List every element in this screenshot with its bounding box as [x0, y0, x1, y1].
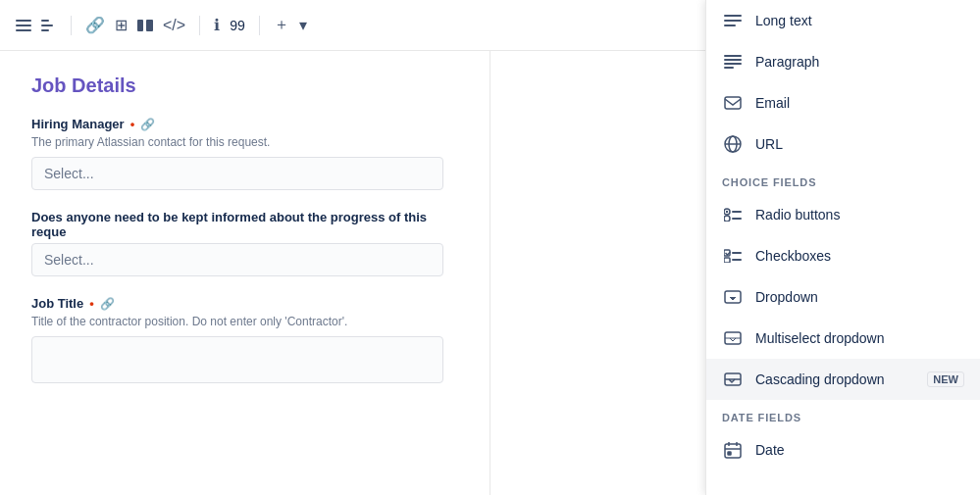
- cascading-icon: [722, 369, 744, 390]
- field-hint-job-title: Title of the contractor position. Do not…: [31, 315, 458, 328]
- svg-rect-3: [41, 20, 49, 22]
- multiselect-icon: [722, 327, 744, 349]
- menu-item-cascading-label: Cascading dropdown: [755, 371, 915, 387]
- menu-item-multiselect-label: Multiselect dropdown: [755, 330, 964, 346]
- menu-item-long-text-label: Long text: [755, 13, 964, 28]
- field-job-title: Job Title • 🔗 Title of the contractor po…: [31, 296, 458, 383]
- svg-rect-9: [724, 20, 742, 22]
- svg-rect-25: [732, 252, 742, 254]
- svg-rect-11: [724, 55, 742, 57]
- field-label-hiring-manager: Hiring Manager • 🔗: [31, 117, 458, 131]
- field-type-dropdown: Long text Paragraph Email: [705, 0, 980, 495]
- menu-item-dropdown-label: Dropdown: [755, 289, 964, 305]
- divider-2: [199, 16, 200, 35]
- divider-1: [71, 16, 72, 35]
- link-icon[interactable]: 🔗: [85, 16, 105, 34]
- svg-rect-15: [725, 97, 741, 109]
- svg-rect-27: [732, 259, 742, 261]
- svg-rect-10: [724, 25, 736, 26]
- grid-icon[interactable]: ⊞: [115, 16, 128, 34]
- menu-item-dropdown[interactable]: Dropdown: [706, 276, 980, 318]
- menu-item-checkboxes-label: Checkboxes: [755, 248, 964, 264]
- field-informed: Does anyone need to be kept informed abo…: [31, 210, 458, 276]
- svg-point-22: [724, 216, 730, 222]
- field-label-job-title: Job Title • 🔗: [31, 296, 458, 311]
- required-star-1: •: [130, 117, 135, 131]
- code-icon[interactable]: </>: [163, 17, 185, 34]
- menu-item-url[interactable]: URL: [706, 124, 980, 165]
- menu-item-radio[interactable]: Radio buttons: [706, 194, 980, 235]
- dropdown-icon: [722, 286, 744, 308]
- field-hiring-manager: Hiring Manager • 🔗 The primary Atlassian…: [31, 117, 458, 190]
- field-input-job-title[interactable]: [31, 336, 443, 383]
- choice-fields-label: Choice Fields: [706, 165, 980, 194]
- svg-rect-7: [146, 20, 153, 31]
- svg-rect-5: [41, 29, 49, 31]
- menu-item-cascading[interactable]: Cascading dropdown NEW: [706, 359, 980, 400]
- menu-item-email[interactable]: Email: [706, 82, 980, 124]
- form-area: Job Details Hiring Manager • 🔗 The prima…: [0, 51, 490, 495]
- divider-3: [259, 16, 260, 35]
- field-link-icon-2[interactable]: 🔗: [100, 297, 115, 311]
- menu-item-url-label: URL: [755, 136, 964, 152]
- more-icon[interactable]: ▾: [299, 16, 307, 34]
- main-content: Job Details Hiring Manager • 🔗 The prima…: [0, 51, 980, 495]
- menu-item-checkboxes[interactable]: Checkboxes: [706, 235, 980, 276]
- svg-rect-23: [732, 218, 742, 220]
- svg-rect-1: [16, 25, 31, 26]
- info-icon[interactable]: ℹ: [214, 16, 220, 34]
- field-label-informed: Does anyone need to be kept informed abo…: [31, 210, 458, 239]
- new-badge: NEW: [927, 371, 964, 387]
- svg-rect-6: [137, 20, 143, 31]
- field-hint-hiring-manager: The primary Atlassian contact for this r…: [31, 135, 458, 149]
- svg-rect-26: [724, 258, 730, 263]
- field-link-icon-1[interactable]: 🔗: [140, 118, 155, 131]
- field-select-informed[interactable]: Select...: [31, 243, 443, 276]
- svg-rect-12: [724, 59, 742, 61]
- menu-item-long-text[interactable]: Long text: [706, 0, 980, 41]
- svg-rect-14: [724, 67, 734, 69]
- section-title: Job Details: [31, 74, 458, 97]
- menu-item-paragraph-label: Paragraph: [755, 54, 964, 70]
- required-star-2: •: [89, 296, 94, 311]
- svg-rect-8: [724, 15, 742, 17]
- menu-item-paragraph[interactable]: Paragraph: [706, 41, 980, 82]
- svg-rect-13: [724, 63, 742, 65]
- svg-rect-4: [41, 25, 53, 26]
- svg-rect-37: [728, 452, 731, 455]
- menu-item-radio-label: Radio buttons: [755, 207, 964, 223]
- menu-item-date[interactable]: Date: [706, 429, 980, 470]
- long-text-icon: [722, 10, 744, 31]
- svg-rect-0: [16, 20, 31, 22]
- toolbar-icons: 🔗 ⊞ </> ℹ 99 ＋ ▾: [16, 15, 307, 35]
- checkbox-icon: [722, 245, 744, 267]
- list-icon[interactable]: [16, 18, 31, 33]
- svg-point-20: [726, 211, 728, 213]
- paragraph-icon: [722, 51, 744, 73]
- date-icon: [722, 439, 744, 461]
- menu-item-email-label: Email: [755, 95, 964, 111]
- indent-icon[interactable]: [41, 18, 57, 33]
- menu-item-multiselect[interactable]: Multiselect dropdown: [706, 318, 980, 359]
- svg-rect-2: [16, 29, 31, 31]
- counter: 99: [230, 18, 245, 33]
- svg-rect-33: [725, 444, 741, 458]
- plus-icon[interactable]: ＋: [274, 15, 289, 35]
- email-icon: [722, 92, 744, 114]
- columns-icon[interactable]: [137, 18, 153, 33]
- svg-rect-21: [732, 211, 742, 213]
- menu-item-date-label: Date: [755, 442, 964, 458]
- radio-icon: [722, 204, 744, 225]
- field-select-hiring-manager[interactable]: Select...: [31, 157, 443, 190]
- date-fields-label: Date Fields: [706, 400, 980, 429]
- url-icon: [722, 133, 744, 155]
